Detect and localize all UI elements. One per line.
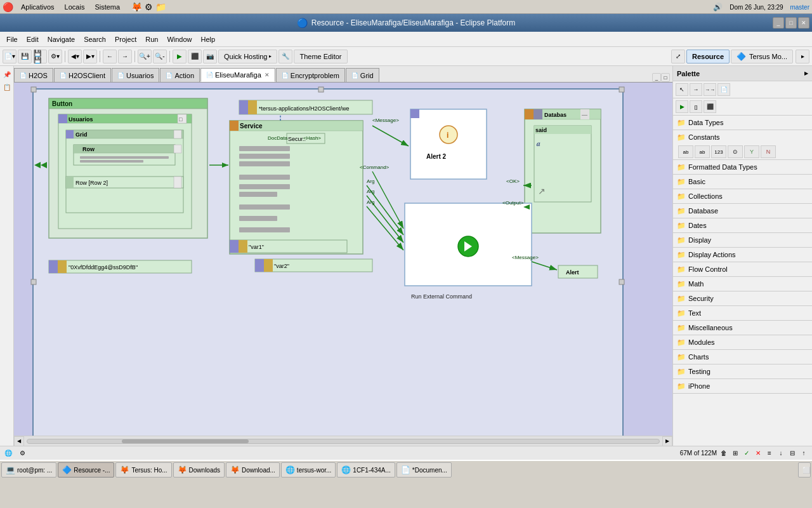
task-1cf1[interactable]: 🌐 1CF1-434A...: [337, 462, 395, 478]
toolbar-extra-button[interactable]: 🔧: [278, 50, 292, 64]
alert2-node[interactable]: [410, 109, 487, 179]
palette-section-formatted-header[interactable]: 📁 Formatted Data Types: [673, 160, 812, 174]
status-icon-5[interactable]: ↓: [776, 449, 785, 458]
task-eclipse[interactable]: 🔷 Resource -...: [58, 462, 114, 478]
palette-section-math-header[interactable]: 📁 Math: [673, 277, 812, 291]
menu-help[interactable]: Help: [197, 34, 219, 44]
tab-close-icon[interactable]: ✕: [265, 72, 270, 78]
task-tersus-worker[interactable]: 🌐 tersus-wor...: [281, 462, 336, 478]
snapshot-button[interactable]: 📷: [203, 50, 217, 64]
scroll-left-button[interactable]: ◀: [14, 436, 24, 446]
horizontal-scrollbar[interactable]: ◀ ▶: [14, 436, 672, 446]
menu-search[interactable]: Search: [80, 34, 110, 44]
save-all-button[interactable]: 💾💾: [33, 50, 47, 64]
palette-section-database-header[interactable]: 📁 Database: [673, 204, 812, 218]
status-error-icon[interactable]: ✕: [754, 449, 763, 458]
status-icon-4[interactable]: ≡: [765, 449, 774, 458]
tab-usuarios[interactable]: 📄 Usuarios: [112, 68, 159, 82]
quick-hosting-button[interactable]: Quick Hosting ▸: [218, 50, 277, 64]
resource-perspective-button[interactable]: Resource: [686, 50, 730, 64]
save-button[interactable]: 💾: [18, 50, 32, 64]
palette-section-datatypes-header[interactable]: 📁 Data Types: [673, 116, 812, 130]
os-menu-locais[interactable]: Locais: [62, 3, 88, 11]
palette-section-flow-control-header[interactable]: 📁 Flow Control: [673, 262, 812, 276]
menu-run[interactable]: Run: [141, 34, 162, 44]
run-button[interactable]: ▶: [173, 50, 187, 64]
palette-section-security-header[interactable]: 📁 Security: [673, 291, 812, 305]
gc-button[interactable]: 🗑: [719, 449, 728, 458]
palette-section-testing-header[interactable]: 📁 Testing: [673, 364, 812, 378]
palette-red-stop[interactable]: ⬛: [704, 100, 716, 113]
scroll-right-button[interactable]: ▶: [662, 436, 672, 446]
theme-editor-button[interactable]: Theme Editor: [294, 50, 347, 64]
menu-navigate[interactable]: Navigate: [44, 34, 79, 44]
palette-green-play[interactable]: ▶: [676, 100, 688, 113]
tab-encryptproblem[interactable]: 📄 Encryptproblem: [276, 68, 345, 82]
close-button[interactable]: ✕: [798, 17, 809, 29]
palette-section-collections-header[interactable]: 📁 Collections: [673, 189, 812, 203]
palette-arrow-tool[interactable]: →: [690, 83, 702, 96]
tab-action[interactable]: 📄 Action: [160, 68, 200, 82]
tab-eliseumarafiga[interactable]: 📄 EliseuMarafiga ✕: [200, 68, 275, 82]
status-icon-7[interactable]: ↑: [799, 449, 808, 458]
os-menu-aplicativos[interactable]: Aplicativos: [18, 3, 57, 11]
tab-minimize-button[interactable]: _: [652, 73, 661, 82]
scroll-thumb[interactable]: [122, 439, 248, 443]
task-terminal[interactable]: 💻 root@pm: ...: [1, 462, 56, 478]
palette-section-display-actions-header[interactable]: 📁 Display Actions: [673, 248, 812, 262]
back-button[interactable]: ◀▾: [68, 50, 82, 64]
task-document[interactable]: 📄 *Documen...: [396, 462, 452, 478]
task-show-desktop[interactable]: ⬜: [798, 462, 811, 478]
tab-grid[interactable]: 📄 Grid: [346, 68, 379, 82]
forward-button[interactable]: ▶▾: [83, 50, 97, 64]
palette-file-tool[interactable]: 📄: [717, 83, 730, 96]
tab-maximize-button[interactable]: □: [661, 73, 670, 82]
palette-section-constants-header[interactable]: 📁 Constants: [673, 130, 812, 144]
tab-h2os[interactable]: 📄 H2OS: [14, 68, 53, 82]
const-tool-1[interactable]: ab: [678, 145, 693, 158]
palette-select-tool[interactable]: ↖: [676, 83, 688, 96]
status-icon-3[interactable]: ⊞: [731, 449, 740, 458]
const-tool-3[interactable]: 123: [711, 145, 726, 158]
task-downloads[interactable]: 🦊 Downloads: [173, 462, 225, 478]
zoom-in-button[interactable]: 🔍+: [138, 50, 152, 64]
palette-section-basic-header[interactable]: 📁 Basic: [673, 175, 812, 189]
palette-expand-icon[interactable]: ▸: [804, 69, 808, 77]
tab-h2osclient[interactable]: 📄 H2OSClient: [54, 68, 111, 82]
palette-section-dates-header[interactable]: 📁 Dates: [673, 218, 812, 232]
menu-window[interactable]: Window: [163, 34, 195, 44]
status-success-icon[interactable]: ✓: [742, 449, 751, 458]
prev-edit-button[interactable]: ←: [103, 50, 117, 64]
palette-section-modules-header[interactable]: 📁 Modules: [673, 335, 812, 349]
left-icon-2[interactable]: 📋: [1, 81, 13, 93]
palette-section-text-header[interactable]: 📁 Text: [673, 306, 812, 320]
new-button[interactable]: 📄▾: [3, 50, 16, 64]
palette-flow-tool[interactable]: →→: [704, 83, 716, 96]
menu-file[interactable]: File: [3, 34, 22, 44]
minimize-button[interactable]: _: [773, 17, 784, 29]
menu-edit[interactable]: Edit: [23, 34, 43, 44]
const-tool-5[interactable]: Y: [744, 145, 759, 158]
scroll-track[interactable]: [27, 439, 660, 444]
grid-node[interactable]: [66, 130, 183, 213]
os-menu-sistema[interactable]: Sistema: [92, 3, 122, 11]
const-tool-6[interactable]: N: [761, 145, 776, 158]
palette-section-iphone-header[interactable]: 📁 iPhone: [673, 379, 812, 393]
next-edit-button[interactable]: →: [118, 50, 132, 64]
task-download2[interactable]: 🦊 Download...: [226, 462, 280, 478]
stop-button[interactable]: ⬛: [188, 50, 202, 64]
status-icon-1[interactable]: 🌐: [4, 449, 13, 458]
menu-project[interactable]: Project: [111, 34, 140, 44]
palette-section-display-header[interactable]: 📁 Display: [673, 233, 812, 247]
const-tool-2[interactable]: ab: [695, 145, 710, 158]
task-tersus[interactable]: 🦊 Tersus: Ho...: [115, 462, 171, 478]
maximize-view-button[interactable]: ⤢: [671, 50, 685, 64]
diagram-canvas[interactable]: Button Usuarios □ Grid Row: [14, 83, 672, 436]
status-icon-2[interactable]: ⚙: [18, 449, 27, 458]
const-tool-4[interactable]: ⊙: [728, 145, 743, 158]
palette-bracket-tool[interactable]: []: [690, 100, 702, 113]
palette-section-misc-header[interactable]: 📁 Miscellaneous: [673, 321, 812, 335]
settings-button[interactable]: ⚙▾: [48, 50, 62, 64]
palette-section-charts-header[interactable]: 📁 Charts: [673, 350, 812, 364]
tersus-perspective-button[interactable]: 🔷 Tersus Mo...: [731, 50, 793, 64]
